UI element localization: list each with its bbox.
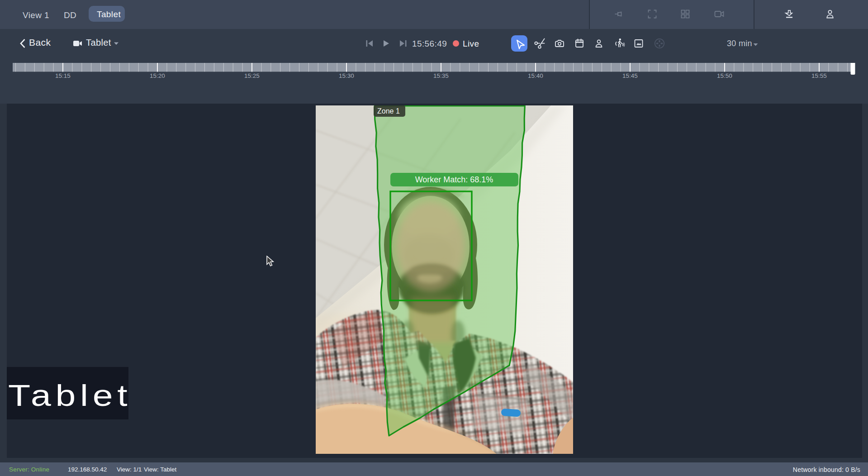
svg-text:15:50: 15:50 <box>717 72 732 79</box>
svg-text:15:45: 15:45 <box>622 72 638 79</box>
svg-text:15:25: 15:25 <box>244 72 260 79</box>
svg-text:Zone 1: Zone 1 <box>377 107 400 115</box>
svg-text:15:30: 15:30 <box>339 72 354 79</box>
svg-text:15:15: 15:15 <box>55 72 71 79</box>
svg-text:15:20: 15:20 <box>150 72 165 79</box>
svg-text:15:35: 15:35 <box>433 72 449 79</box>
svg-text:Worker Match: 68.1%: Worker Match: 68.1% <box>415 175 493 184</box>
svg-text:15:55: 15:55 <box>811 72 827 79</box>
svg-text:15:40: 15:40 <box>528 72 543 79</box>
